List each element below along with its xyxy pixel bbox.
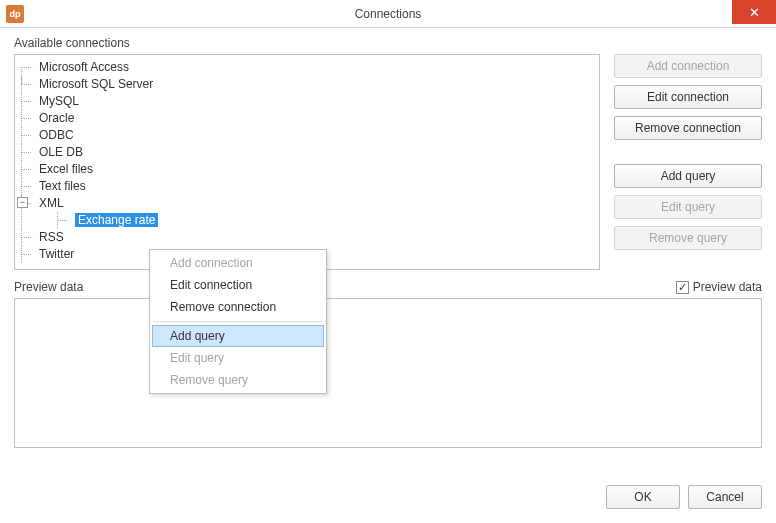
preview-data-checkbox-wrap[interactable]: ✓ Preview data: [676, 280, 762, 294]
preview-data-checkbox[interactable]: ✓: [676, 281, 689, 294]
tree-item-label: OLE DB: [39, 145, 83, 159]
tree-item[interactable]: MySQL: [21, 93, 593, 110]
tree-item[interactable]: Microsoft Access: [21, 59, 593, 76]
tree-item-label: Twitter: [39, 247, 74, 261]
close-button[interactable]: ✕: [732, 0, 776, 24]
top-row: Available connections Microsoft Access M…: [14, 36, 762, 270]
cancel-button[interactable]: Cancel: [688, 485, 762, 509]
preview-data-box: [14, 298, 762, 448]
edit-query-button[interactable]: Edit query: [614, 195, 762, 219]
tree-item-exchange-rate[interactable]: Exchange rate: [57, 212, 593, 229]
edit-connection-button[interactable]: Edit connection: [614, 85, 762, 109]
tree-item[interactable]: RSS: [21, 229, 593, 246]
tree-item-label: RSS: [39, 230, 64, 244]
menu-separator: [154, 321, 322, 322]
tree-item[interactable]: Oracle: [21, 110, 593, 127]
tree-item-xml[interactable]: − XML Exchange rate: [21, 195, 593, 229]
preview-header-row: Preview data ✓ Preview data: [14, 280, 762, 294]
tree-item-label: Oracle: [39, 111, 74, 125]
menu-remove-query[interactable]: Remove query: [152, 369, 324, 391]
close-icon: ✕: [749, 5, 760, 20]
dialog-footer: OK Cancel: [14, 475, 762, 509]
remove-connection-button[interactable]: Remove connection: [614, 116, 762, 140]
tree-item-label: ODBC: [39, 128, 74, 142]
tree-item-label-selected: Exchange rate: [75, 213, 158, 227]
tree-item[interactable]: Text files: [21, 178, 593, 195]
button-gap: [614, 147, 762, 157]
right-button-column: Add connection Edit connection Remove co…: [614, 36, 762, 270]
tree-item[interactable]: OLE DB: [21, 144, 593, 161]
ok-button[interactable]: OK: [606, 485, 680, 509]
tree-item-label: Microsoft Access: [39, 60, 129, 74]
menu-add-query[interactable]: Add query: [152, 325, 324, 347]
tree-item-label: Text files: [39, 179, 86, 193]
menu-edit-query[interactable]: Edit query: [152, 347, 324, 369]
tree-item-label: Microsoft SQL Server: [39, 77, 153, 91]
dialog-body: Available connections Microsoft Access M…: [0, 28, 776, 523]
tree-item-label: MySQL: [39, 94, 79, 108]
menu-edit-connection[interactable]: Edit connection: [152, 274, 324, 296]
remove-query-button[interactable]: Remove query: [614, 226, 762, 250]
connections-tree[interactable]: Microsoft Access Microsoft SQL Server My…: [14, 54, 600, 270]
menu-remove-connection[interactable]: Remove connection: [152, 296, 324, 318]
add-connection-button[interactable]: Add connection: [614, 54, 762, 78]
window-title: Connections: [0, 7, 776, 21]
titlebar: dp Connections ✕: [0, 0, 776, 28]
available-connections-label: Available connections: [14, 36, 600, 50]
collapse-icon[interactable]: −: [17, 197, 28, 208]
tree-item-label: XML: [39, 196, 64, 210]
context-menu[interactable]: Add connection Edit connection Remove co…: [149, 249, 327, 394]
tree-item[interactable]: Microsoft SQL Server: [21, 76, 593, 93]
tree-item-label: Excel files: [39, 162, 93, 176]
menu-add-connection[interactable]: Add connection: [152, 252, 324, 274]
app-icon: dp: [6, 5, 24, 23]
tree-item[interactable]: ODBC: [21, 127, 593, 144]
preview-data-checkbox-label: Preview data: [693, 280, 762, 294]
add-query-button[interactable]: Add query: [614, 164, 762, 188]
preview-data-label: Preview data: [14, 280, 83, 294]
tree-item[interactable]: Excel files: [21, 161, 593, 178]
left-column: Available connections Microsoft Access M…: [14, 36, 600, 270]
